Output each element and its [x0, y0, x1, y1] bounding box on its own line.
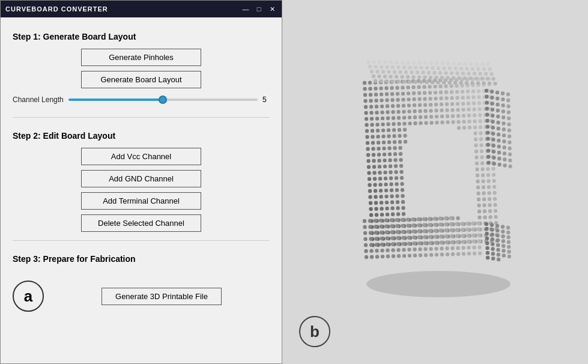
svg-point-615 [485, 119, 489, 123]
svg-point-715 [476, 228, 480, 231]
svg-point-645 [486, 155, 490, 159]
svg-point-641 [491, 150, 495, 153]
window-content: Step 1: Generate Board Layout Generate P… [1, 17, 282, 363]
svg-point-79 [401, 98, 405, 102]
svg-point-771 [423, 247, 427, 251]
svg-point-483 [368, 65, 371, 68]
minimize-button[interactable]: — [241, 4, 250, 14]
svg-point-513 [402, 65, 405, 69]
svg-point-549 [440, 61, 444, 65]
svg-point-818 [506, 235, 510, 239]
svg-point-169 [370, 123, 374, 127]
pinholes-button-row: Generate Pinholes [13, 49, 270, 66]
slider-thumb[interactable] [159, 96, 167, 104]
svg-point-726 [417, 235, 421, 239]
svg-point-228 [479, 138, 482, 141]
svg-point-380 [477, 216, 481, 219]
add-gnd-channel-button[interactable]: Add GND Channel [81, 170, 201, 187]
svg-point-789 [402, 254, 405, 258]
svg-point-277 [378, 171, 381, 174]
svg-point-49 [368, 93, 372, 97]
svg-point-58 [417, 91, 420, 95]
svg-point-595 [485, 95, 488, 99]
svg-point-150 [396, 116, 400, 120]
svg-point-685 [433, 223, 437, 226]
svg-point-180 [429, 121, 433, 124]
svg-point-541 [440, 76, 443, 79]
svg-point-611 [491, 114, 494, 117]
svg-point-344 [385, 207, 389, 210]
svg-point-799 [456, 252, 459, 256]
generate-board-layout-button[interactable]: Generate Board Layout [81, 71, 201, 88]
svg-point-219 [365, 141, 369, 145]
svg-point-48 [363, 93, 366, 97]
add-terminal-channel-button[interactable]: Add Terminal Channel [81, 192, 201, 210]
slider-track[interactable] [68, 99, 258, 101]
svg-point-50 [374, 93, 377, 96]
svg-point-482 [369, 70, 373, 73]
svg-point-234 [382, 147, 386, 150]
svg-point-832 [502, 249, 505, 252]
svg-point-110 [439, 103, 443, 106]
svg-point-531 [428, 76, 432, 79]
svg-point-684 [428, 223, 431, 226]
svg-point-25 [368, 87, 372, 91]
svg-point-68 [471, 89, 474, 93]
delete-selected-channel-button[interactable]: Delete Selected Channel [81, 214, 201, 232]
svg-point-340 [493, 197, 496, 201]
svg-point-730 [439, 235, 443, 238]
svg-point-260 [474, 156, 478, 159]
svg-point-839 [485, 256, 489, 259]
svg-point-687 [444, 222, 447, 226]
svg-point-266 [377, 165, 381, 168]
close-button[interactable]: ✕ [267, 4, 277, 14]
svg-point-840 [491, 256, 494, 260]
svg-point-731 [444, 234, 448, 238]
svg-point-353 [374, 213, 378, 217]
generate-pinholes-button[interactable]: Generate Pinholes [81, 49, 201, 66]
panel-b-circle: b [299, 316, 330, 347]
svg-point-784 [375, 255, 378, 258]
svg-point-52 [384, 93, 388, 96]
svg-point-534 [423, 61, 426, 65]
svg-point-173 [392, 122, 395, 126]
svg-point-300 [384, 183, 387, 186]
svg-point-528 [419, 66, 423, 70]
svg-point-177 [413, 121, 417, 125]
svg-point-82 [417, 97, 421, 101]
svg-point-216 [479, 132, 482, 135]
add-vcc-channel-button[interactable]: Add Vcc Channel [81, 148, 201, 165]
svg-point-486 [377, 74, 381, 78]
svg-point-601 [490, 102, 494, 105]
svg-point-88 [450, 96, 453, 100]
svg-point-382 [488, 215, 492, 219]
svg-point-39 [444, 84, 447, 88]
svg-point-704 [417, 229, 420, 233]
svg-point-813 [506, 231, 510, 234]
svg-point-554 [446, 62, 449, 65]
svg-point-362 [493, 209, 497, 213]
svg-point-739 [369, 243, 372, 247]
svg-point-325 [401, 194, 404, 198]
svg-point-255 [377, 159, 381, 162]
svg-point-57 [411, 91, 415, 95]
maximize-button[interactable]: □ [254, 4, 264, 14]
svg-point-777 [456, 246, 459, 250]
svg-point-271 [474, 162, 478, 165]
svg-point-257 [388, 159, 392, 162]
svg-point-529 [417, 61, 421, 65]
svg-point-62 [438, 91, 442, 94]
divider-1 [13, 117, 270, 118]
generate-3d-printable-button[interactable]: Generate 3D Printable File [102, 288, 222, 305]
svg-point-297 [368, 183, 371, 187]
svg-point-129 [413, 109, 416, 113]
svg-point-636 [491, 144, 495, 147]
svg-point-106 [417, 103, 421, 107]
svg-point-237 [398, 146, 402, 150]
svg-point-295 [486, 173, 489, 177]
svg-point-96 [363, 105, 367, 109]
svg-point-100 [385, 105, 389, 108]
svg-point-84 [428, 97, 432, 100]
svg-point-189 [478, 120, 482, 123]
channel-length-slider-row: Channel Length 5 [13, 96, 270, 104]
